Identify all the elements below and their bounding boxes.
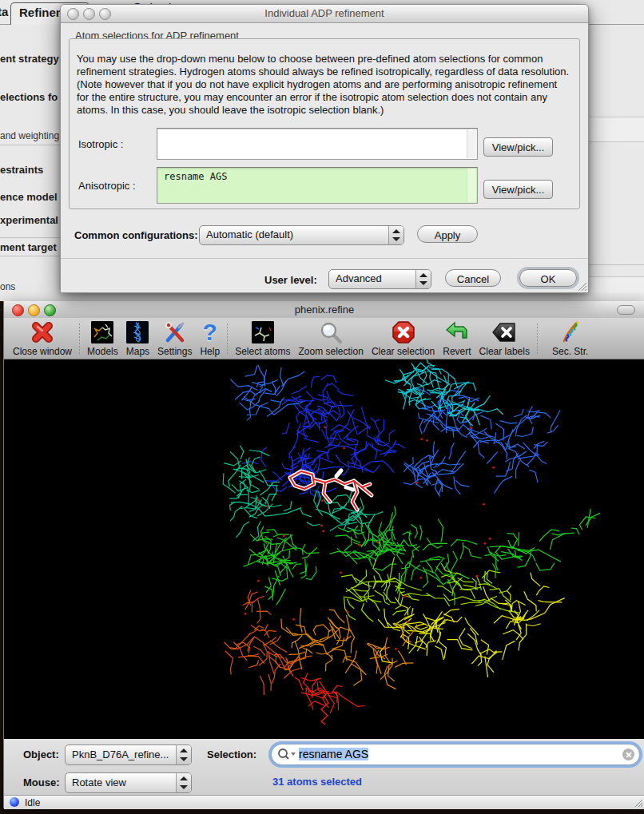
toolbar-item-label: Close window: [13, 346, 72, 359]
selection-search-field[interactable]: resname AGS: [271, 744, 640, 765]
adp-refinement-dialog: Individual ADP refinement Atom selection…: [60, 4, 589, 293]
footer-separator: [61, 258, 588, 259]
toolbar-item-label: Models: [87, 346, 118, 359]
bg-label-strategy: ent strategy: [0, 53, 59, 65]
mouse-value: Rotate view: [72, 776, 173, 788]
settings-button[interactable]: Settings: [157, 319, 192, 359]
resize-grip-icon[interactable]: [634, 798, 643, 808]
bg-separator-2: [0, 237, 61, 238]
close-window-button[interactable]: Close window: [13, 319, 72, 359]
isotropic-field[interactable]: [157, 128, 478, 160]
toolbar-item-label: Clear labels: [479, 346, 530, 359]
secondary-structure-button[interactable]: Sec. Str.: [552, 319, 588, 359]
isotropic-view-pick-button[interactable]: View/pick...: [483, 137, 553, 157]
anisotropic-field[interactable]: resname AGS: [157, 167, 478, 204]
viewer-title: phenix.refine: [4, 304, 644, 316]
dialog-titlebar[interactable]: Individual ADP refinement: [61, 5, 588, 23]
bg-label-experimental: xperimental: [0, 214, 58, 226]
viewer-titlebar[interactable]: phenix.refine: [4, 301, 644, 319]
description-text: You may use the drop-down menu below to …: [77, 53, 570, 117]
user-level-dropdown[interactable]: Advanced: [328, 269, 431, 289]
clear-selection-icon: [392, 320, 415, 345]
viewer-toolbar: Close window Models: [4, 318, 644, 359]
bg-separator-3: [0, 256, 61, 256]
molecule-viewport[interactable]: [4, 359, 644, 739]
toolbar-item-label: Settings: [157, 346, 192, 359]
anisotropic-label: Anisotropic :: [78, 180, 136, 192]
apply-button[interactable]: Apply: [417, 225, 478, 243]
dropdown-stepper-icon[interactable]: [415, 270, 431, 288]
status-indicator-icon: [10, 797, 19, 807]
maps-button[interactable]: Maps: [126, 319, 149, 359]
close-window-icon: [30, 320, 54, 345]
dropdown-stepper-icon[interactable]: [176, 773, 191, 792]
cancel-button[interactable]: Cancel: [445, 269, 501, 287]
anisotropic-scrollbar[interactable]: [467, 169, 476, 202]
tab-fragment-data[interactable]: ta: [0, 5, 8, 18]
mouse-dropdown[interactable]: Rotate view: [65, 772, 192, 793]
settings-icon: [163, 320, 187, 345]
toolbar-separator: [79, 324, 80, 355]
maps-icon: [126, 320, 149, 345]
resize-grip-icon[interactable]: [577, 281, 587, 292]
toolbar-item-label: Revert: [443, 346, 471, 359]
toolbar-item-label: Zoom selection: [299, 346, 364, 359]
zoom-selection-button[interactable]: Zoom selection: [299, 319, 364, 359]
toolbar-item-label: Sec. Str.: [552, 346, 588, 359]
phenix-refine-window: phenix.refine Close window: [3, 301, 644, 808]
user-level-label: User level:: [264, 274, 317, 286]
object-dropdown[interactable]: PknB_D76A_refine...: [65, 745, 192, 765]
anisotropic-value: resname AGS: [164, 171, 227, 182]
mouse-label: Mouse:: [23, 776, 60, 788]
secondary-structure-icon: [559, 320, 582, 345]
bg-right-line: [587, 264, 644, 265]
viewer-statusbar: Idle: [4, 795, 644, 809]
revert-icon: [444, 320, 470, 345]
select-atoms-button[interactable]: Select atoms: [235, 319, 290, 359]
search-icon[interactable]: [277, 748, 298, 762]
models-button[interactable]: Models: [87, 319, 118, 359]
selection-input-text[interactable]: resname AGS: [299, 748, 368, 760]
bg-label-ons: ons: [0, 281, 15, 292]
help-button[interactable]: ? Help: [200, 319, 220, 359]
select-atoms-icon: [252, 320, 274, 345]
clear-labels-icon: [491, 320, 517, 345]
molecule-wireframe: [4, 359, 644, 739]
viewer-control-panel: Object: PknB_D76A_refine... Selection: r…: [4, 739, 644, 795]
dialog-title: Individual ADP refinement: [61, 7, 588, 19]
toolbar-item-label: Help: [200, 346, 220, 359]
isotropic-label: Isotropic :: [78, 138, 123, 150]
atoms-selected-status: 31 atoms selected: [272, 776, 362, 788]
object-label: Object:: [23, 748, 59, 760]
common-configurations-dropdown[interactable]: Automatic (default): [199, 225, 404, 245]
clear-labels-button[interactable]: Clear labels: [479, 319, 530, 359]
bg-label-reference-model: ence model r: [0, 191, 64, 203]
isotropic-scrollbar[interactable]: [467, 129, 476, 158]
toolbar-separator: [537, 324, 538, 355]
ok-button[interactable]: OK: [519, 269, 577, 287]
user-level-value: Advanced: [336, 272, 413, 284]
selected-text: resname AGS: [299, 748, 368, 760]
bg-label-restraints: estraints: [0, 164, 43, 176]
dropdown-stepper-icon[interactable]: [388, 226, 403, 244]
status-text: Idle: [25, 797, 40, 808]
toolbar-item-label: Maps: [126, 346, 149, 359]
bg-label-selections: elections fo: [0, 91, 58, 103]
anisotropic-view-pick-button[interactable]: View/pick...: [483, 180, 553, 199]
common-configurations-label: Common configurations:: [74, 229, 198, 241]
clear-selection-button[interactable]: Clear selection: [372, 319, 435, 359]
screen: ta Refinemen Output ent strategy electio…: [0, 0, 644, 814]
clear-search-icon[interactable]: [622, 748, 634, 760]
help-icon: ?: [203, 320, 217, 345]
bg-right-band-2: [587, 276, 644, 293]
zoom-selection-icon: [319, 320, 343, 345]
bg-label-target: ment target: [0, 241, 57, 253]
revert-button[interactable]: Revert: [443, 319, 471, 359]
dropdown-stepper-icon[interactable]: [176, 745, 191, 764]
models-icon: [91, 320, 113, 345]
bg-right-band-1: [587, 117, 644, 142]
toolbar-item-label: Select atoms: [235, 346, 290, 359]
toolbar-separator: [227, 324, 228, 355]
toolbar-toggle-icon[interactable]: [617, 305, 635, 315]
selection-label: Selection:: [207, 748, 256, 760]
